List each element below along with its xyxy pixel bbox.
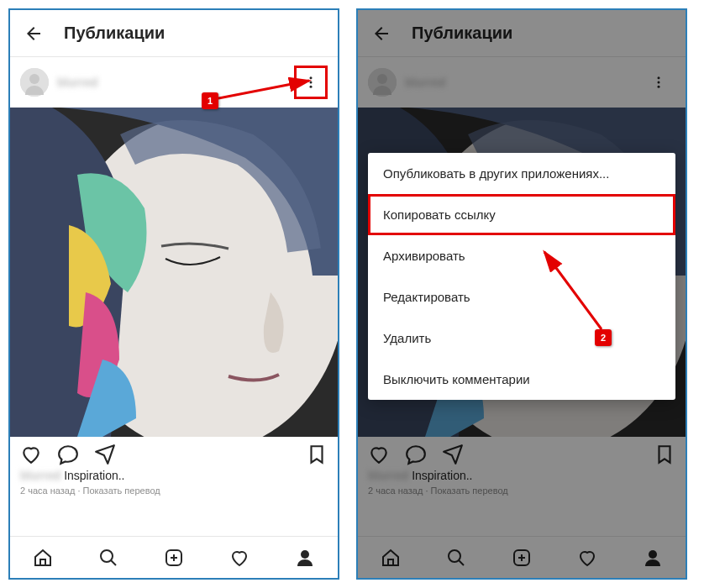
avatar-placeholder-icon <box>20 68 49 97</box>
back-button[interactable] <box>24 24 44 44</box>
options-menu: Опубликовать в других приложениях... Коп… <box>368 153 675 400</box>
heart-icon <box>20 444 42 465</box>
post-actions <box>10 437 338 469</box>
app-header: Публикации <box>10 10 338 57</box>
arrow-left-icon <box>24 24 44 44</box>
dots-vertical-icon <box>303 75 318 90</box>
profile-icon <box>295 548 315 568</box>
bookmark-icon <box>306 444 328 465</box>
share-button[interactable] <box>94 444 116 465</box>
menu-item-delete[interactable]: Удалить <box>368 318 675 359</box>
avatar[interactable] <box>20 68 49 97</box>
search-icon <box>98 548 118 568</box>
bottom-nav <box>10 536 338 578</box>
menu-item-archive[interactable]: Архивировать <box>368 235 675 276</box>
menu-item-publish-elsewhere[interactable]: Опубликовать в других приложениях... <box>368 153 675 194</box>
post-image[interactable] <box>10 108 338 437</box>
caption-text: Inspiration.. <box>64 469 124 482</box>
plus-square-icon <box>164 548 184 568</box>
post-username[interactable]: blurred <box>57 76 294 89</box>
send-icon <box>94 444 116 465</box>
comment-icon <box>57 444 79 465</box>
phone-left: Публикации blurred <box>8 8 339 580</box>
post-meta: 2 часа назад · Показать перевод <box>10 486 338 506</box>
svg-point-2 <box>310 76 313 79</box>
caption-username[interactable]: blurred <box>20 469 60 482</box>
home-icon <box>33 548 53 568</box>
translate-link[interactable]: Показать перевод <box>83 486 160 496</box>
page-title: Публикации <box>64 24 165 43</box>
svg-point-1 <box>29 74 39 84</box>
svg-point-3 <box>310 81 313 84</box>
nav-create[interactable] <box>163 547 185 569</box>
nav-home[interactable] <box>32 547 54 569</box>
more-options-button[interactable] <box>294 66 328 99</box>
menu-item-edit[interactable]: Редактировать <box>368 276 675 318</box>
bookmark-button[interactable] <box>306 444 328 465</box>
phone-right: Публикации blurred <box>356 8 687 580</box>
svg-point-4 <box>310 86 313 88</box>
post-header: blurred <box>10 57 338 108</box>
menu-item-disable-comments[interactable]: Выключить комментарии <box>368 359 675 400</box>
post-time: 2 часа назад <box>20 486 75 496</box>
post-artwork <box>10 108 338 437</box>
annotation-badge-1: 1 <box>202 92 218 109</box>
comment-button[interactable] <box>57 444 79 465</box>
nav-profile[interactable] <box>294 547 316 569</box>
svg-point-7 <box>101 550 113 562</box>
nav-search[interactable] <box>97 547 119 569</box>
annotation-badge-2: 2 <box>595 329 612 346</box>
like-button[interactable] <box>20 444 42 465</box>
svg-point-9 <box>301 550 309 559</box>
heart-outline-icon <box>229 548 250 568</box>
menu-item-copy-link[interactable]: Копировать ссылку <box>368 194 675 235</box>
post-caption: blurred Inspiration.. <box>10 469 338 486</box>
nav-activity[interactable] <box>229 547 250 569</box>
